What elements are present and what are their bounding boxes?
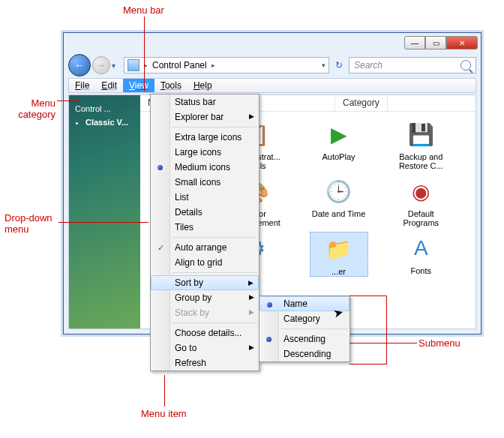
menu-item-medium-icons[interactable]: Medium icons	[151, 160, 259, 175]
cp-item-icon: A	[404, 232, 437, 265]
annotation-menu-item: Menu item	[141, 408, 187, 419]
refresh-button[interactable]: ↻	[331, 60, 347, 70]
menu-item-label: Group by	[175, 292, 212, 303]
menu-item-label: Align to grid	[175, 257, 222, 268]
anno-line	[57, 100, 80, 101]
column-category[interactable]: Category	[335, 95, 388, 111]
forward-button[interactable]: →	[92, 56, 110, 74]
anno-line	[350, 364, 387, 364]
menu-separator	[172, 127, 257, 128]
menu-item-label: Medium icons	[175, 162, 230, 172]
cp-item-label: Fonts	[410, 266, 431, 275]
radio-icon	[266, 337, 272, 342]
menu-tools[interactable]: Tools	[154, 79, 188, 92]
breadcrumb-arrow[interactable]: ▸	[212, 62, 215, 69]
annotation-submenu: Submenu	[418, 338, 460, 349]
menu-separator	[280, 328, 348, 329]
menu-item-descending[interactable]: Descending	[260, 346, 350, 362]
anno-line	[350, 296, 387, 296]
anno-line	[58, 222, 148, 223]
menu-item-label: Choose details...	[175, 328, 242, 338]
anno-line	[144, 16, 145, 92]
radio-icon	[158, 165, 163, 170]
cp-item[interactable]: ◉Default Programs	[392, 175, 450, 227]
cp-item-icon: 🕒	[322, 175, 356, 208]
menu-item-refresh[interactable]: Refresh	[151, 356, 259, 370]
anno-line	[386, 296, 387, 364]
cp-item-icon: ◉	[404, 175, 437, 208]
sidebar-header[interactable]: Control ...	[75, 104, 134, 113]
menu-item-choose-details-[interactable]: Choose details...	[151, 326, 259, 340]
address-dropdown-icon[interactable]: ▾	[322, 62, 326, 69]
menu-item-label: Status bar	[175, 97, 216, 107]
cp-item[interactable]: AFonts	[392, 232, 450, 277]
menu-item-label: Descending	[284, 349, 331, 359]
menu-item-status-bar[interactable]: Status bar	[151, 94, 259, 110]
menu-file[interactable]: File	[69, 79, 95, 92]
cp-item[interactable]: 📁...er	[310, 232, 368, 277]
submenu-arrow-icon: ▶	[249, 112, 254, 120]
menu-item-label: Explorer bar	[175, 112, 224, 122]
nav-history-dropdown[interactable]: ▾	[112, 62, 122, 70]
menu-item-auto-arrange[interactable]: ✓Auto arrange	[151, 240, 259, 255]
radio-icon	[267, 302, 272, 308]
menu-item-small-icons[interactable]: Small icons	[151, 175, 259, 190]
menu-item-label: Small icons	[175, 177, 220, 188]
menu-item-list[interactable]: List	[151, 190, 259, 205]
cp-item-icon: 💾	[404, 118, 437, 151]
address-field[interactable]: ▸ Control Panel ▸ ▾	[124, 57, 329, 74]
control-panel-icon	[128, 59, 140, 71]
breadcrumb-item[interactable]: Control Panel	[152, 60, 207, 70]
search-input[interactable]: Search	[349, 57, 476, 74]
menu-item-large-icons[interactable]: Large icons	[151, 145, 259, 160]
menu-separator	[172, 322, 257, 323]
menu-item-go-to[interactable]: Go to▶	[151, 340, 259, 356]
close-button[interactable]: ✕	[446, 36, 478, 50]
submenu-arrow-icon: ▶	[249, 293, 254, 301]
cp-item-label: ...er	[332, 267, 346, 276]
submenu-arrow-icon: ▶	[249, 344, 254, 351]
address-bar: ← → ▾ ▸ Control Panel ▸ ▾ ↻ Search	[68, 56, 476, 75]
menu-item-sort-by[interactable]: Sort by▶	[151, 275, 259, 290]
menu-item-label: Name	[284, 298, 308, 309]
menu-item-label: Extra large icons	[175, 132, 242, 142]
menu-item-label: Ascending	[284, 334, 326, 344]
back-button[interactable]: ←	[68, 54, 91, 76]
menu-edit[interactable]: Edit	[95, 79, 123, 92]
menu-item-explorer-bar[interactable]: Explorer bar▶	[151, 110, 259, 124]
cp-item[interactable]: 🕒Date and Time	[310, 175, 368, 227]
anno-line	[350, 343, 417, 344]
minimize-button[interactable]: —	[404, 36, 425, 50]
search-icon	[460, 60, 471, 70]
menu-item-group-by[interactable]: Group by▶	[151, 290, 259, 305]
cp-item[interactable]: ▶AutoPlay	[310, 118, 368, 170]
menu-view[interactable]: View	[123, 79, 154, 92]
menu-item-label: Auto arrange	[175, 242, 226, 253]
menu-item-label: Go to	[175, 343, 196, 353]
menu-item-label: Refresh	[175, 358, 206, 368]
content-area: Control ... Classic V... Name Category 🛡…	[68, 94, 476, 329]
menu-separator	[172, 272, 257, 273]
cp-item[interactable]: 💾Backup and Restore C...	[392, 118, 450, 170]
submenu-arrow-icon: ▶	[249, 308, 254, 316]
menu-item-label: List	[175, 192, 189, 202]
menu-item-label: Sort by	[175, 278, 203, 288]
maximize-button[interactable]: ▭	[425, 36, 446, 50]
cp-item-label: Default Programs	[392, 209, 450, 227]
menu-item-ascending[interactable]: Ascending	[260, 332, 350, 346]
annotation-menu-category: Menu category	[18, 98, 56, 120]
menu-item-align-to-grid[interactable]: Align to grid	[151, 255, 259, 270]
cp-item-label: Date and Time	[312, 209, 366, 218]
titlebar-controls: — ▭ ✕	[404, 36, 478, 50]
menu-item-details[interactable]: Details	[151, 205, 259, 220]
cp-item-icon: ▶	[322, 118, 356, 151]
menu-item-extra-large-icons[interactable]: Extra large icons	[151, 130, 259, 145]
annotation-dropdown: Drop-down menu	[4, 212, 60, 235]
menu-item-label: Stack by	[175, 308, 209, 318]
menu-item-tiles[interactable]: Tiles	[151, 220, 259, 235]
sidebar-item-classic-view[interactable]: Classic V...	[86, 118, 134, 127]
menu-item-label: Large icons	[175, 147, 221, 158]
submenu-arrow-icon: ▶	[248, 279, 254, 286]
menu-help[interactable]: Help	[188, 79, 218, 92]
view-dropdown-menu: Status barExplorer bar▶Extra large icons…	[150, 94, 260, 371]
